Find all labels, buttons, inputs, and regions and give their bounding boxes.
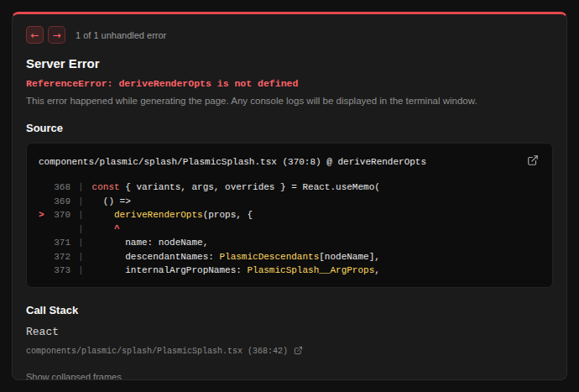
open-in-editor-button[interactable] [525,153,540,170]
code-line: 371| name: nodeName, [39,236,540,250]
next-error-button[interactable]: → [48,26,65,44]
previous-error-button[interactable]: ← [26,26,44,44]
show-collapsed-frames-button[interactable]: Show collapsed frames [26,372,122,381]
code-frame: components/plasmic/splash/PlasmicSplash.… [26,143,553,288]
source-file-path: components/plasmic/splash/PlasmicSplash.… [39,157,426,167]
code-line: 372| descendantNames: PlasmicDescendants… [39,250,540,264]
code-line: 368|const { variants, args, overrides } … [39,180,540,195]
left-arrow-icon: ← [30,30,39,40]
external-link-icon [294,345,303,358]
open-frame-in-editor-button[interactable] [292,343,305,359]
frame-file-location: components/plasmic/splash/PlasmicSplash.… [26,347,288,356]
call-stack-heading: Call Stack [26,304,553,316]
code-line: | ^ [39,222,540,237]
source-heading: Source [26,122,553,134]
code-line: 373| internalArgPropNames: PlasmicSplash… [39,264,540,278]
error-pagination: ← → 1 of 1 unhandled error [26,26,553,44]
code-lines: 368|const { variants, args, overrides } … [39,180,540,278]
call-stack-frame: React components/plasmic/splash/PlasmicS… [26,326,553,359]
frame-method-name: React [26,326,553,338]
error-description: This error happened while generating the… [26,96,553,106]
right-arrow-icon: → [52,30,60,40]
code-line: 369| () => [39,195,540,209]
code-line: >370| deriveRenderOpts(props, { [39,208,540,222]
error-type-heading: Server Error [26,56,553,71]
code-frame-header: components/plasmic/splash/PlasmicSplash.… [39,153,540,170]
error-message: ReferenceError: deriveRenderOpts is not … [26,78,553,89]
external-link-icon [527,154,539,169]
error-overlay-dialog: ← → 1 of 1 unhandled error Server Error … [12,12,567,380]
error-counter: 1 of 1 unhandled error [76,30,166,40]
